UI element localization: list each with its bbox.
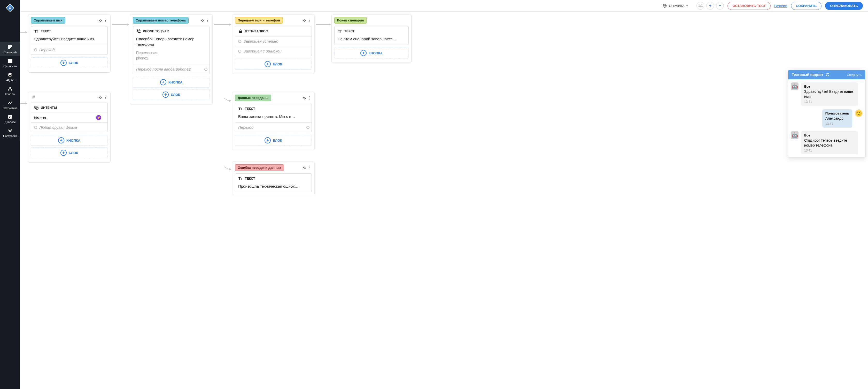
svg-point-18: [9, 130, 11, 131]
sidebar-label: Настройки: [3, 134, 17, 138]
more-icon[interactable]: ⋮: [308, 18, 312, 23]
sidebar-item-channels[interactable]: Каналы: [0, 84, 20, 98]
more-icon[interactable]: ⋮: [206, 18, 210, 23]
add-block-button[interactable]: + БЛОК: [133, 89, 210, 100]
svg-point-13: [11, 89, 12, 91]
plus-icon: +: [162, 91, 169, 98]
plus-icon: +: [265, 137, 271, 144]
variable-name: phone2: [136, 56, 148, 60]
phone-icon: [136, 29, 141, 34]
collapse-button[interactable]: Свернуть: [847, 73, 862, 77]
sidebar-item-faq[interactable]: FAQ бот: [0, 70, 20, 84]
refresh-icon[interactable]: [826, 72, 830, 77]
svg-rect-7: [10, 47, 11, 48]
svg-rect-30: [239, 31, 242, 33]
card-title[interactable]: Передаем имя и телефон: [235, 17, 283, 24]
card-data-sent[interactable]: Данные переданы ⇄ ⋮ TT ТЕКСТ Ваша заявка…: [232, 92, 315, 150]
link-icon[interactable]: ⇄: [99, 95, 102, 100]
card-intents[interactable]: # ⇄ ⋮ ИНТЕНТЫ Имена ⚡: [28, 92, 111, 162]
message-time: 13:41: [804, 149, 855, 152]
svg-text:T: T: [36, 30, 38, 33]
sidebar-label: Диалоги: [5, 120, 16, 124]
svg-marker-22: [25, 31, 27, 33]
add-block-button[interactable]: + БЛОК: [235, 135, 312, 146]
link-icon[interactable]: ⇄: [303, 165, 306, 170]
card-ask-name[interactable]: Спрашиваем имя ⇄ ⋮ TT ТЕКСТ Здравствуйте…: [28, 14, 111, 72]
success-slot[interactable]: Завершен успешно: [235, 36, 312, 46]
versions-link[interactable]: Версии: [774, 4, 787, 8]
sidebar-item-stats[interactable]: Статистика: [0, 98, 20, 112]
connection-dot[interactable]: [238, 40, 241, 43]
transition-slot[interactable]: Переход: [31, 45, 107, 55]
sidebar-item-scenario[interactable]: Сценарий: [0, 42, 20, 56]
intent-row[interactable]: Имена ⚡: [31, 113, 107, 122]
card-send-data[interactable]: Передаем имя и телефон ⇄ ⋮ HTTP-ЗАПРОС З…: [232, 14, 315, 74]
link-icon[interactable]: ⇄: [303, 18, 306, 23]
publish-button[interactable]: ОПУБЛИКОВАТЬ: [825, 2, 863, 10]
svg-marker-37: [329, 24, 331, 26]
svg-marker-29: [229, 24, 231, 26]
card-title[interactable]: Спрашиваем номер телефона: [133, 17, 189, 24]
stats-icon: [7, 100, 13, 106]
svg-point-12: [8, 89, 9, 91]
block-text: Произошла техническая ошибк…: [235, 183, 312, 192]
add-button-button[interactable]: + КНОПКА: [31, 135, 108, 146]
sidebar-item-dialogs[interactable]: Диалоги: [0, 112, 20, 126]
message-time: 13:41: [804, 100, 855, 103]
svg-rect-5: [10, 45, 12, 47]
card-title[interactable]: Спрашиваем имя: [31, 17, 65, 24]
link-icon[interactable]: ⇄: [99, 18, 102, 23]
zoom-in-button[interactable]: +: [706, 2, 714, 9]
more-icon[interactable]: ⋮: [103, 95, 108, 100]
connection-dot[interactable]: [34, 48, 37, 52]
card-title[interactable]: Данные переданы: [235, 95, 271, 101]
zoom-out-button[interactable]: −: [716, 2, 724, 9]
card-ask-phone[interactable]: Спрашиваем номер телефона ⇄ ⋮ PHONE TO $…: [130, 14, 213, 104]
message-row: 🤖 Бот Здравствуйте! Введите ваше имя 13:…: [791, 83, 863, 106]
scenario-canvas[interactable]: Спрашиваем имя ⇄ ⋮ TT ТЕКСТ Здравствуйте…: [20, 12, 868, 389]
message-text: Александр: [826, 116, 849, 121]
chevron-down-icon: ▾: [686, 4, 688, 7]
more-icon[interactable]: ⋮: [103, 18, 108, 23]
add-button-button[interactable]: + КНОПКА: [133, 77, 210, 88]
card-title[interactable]: Ошибка передачи данных: [235, 164, 284, 171]
card-end[interactable]: Конец сценария TT ТЕКСТ На этом сценарий…: [332, 14, 411, 63]
more-icon[interactable]: ⋮: [308, 165, 312, 170]
reference-dropdown[interactable]: СПРАВКА ▾: [663, 4, 688, 8]
save-button[interactable]: СОХРАНИТЬ: [791, 2, 822, 10]
user-avatar: 🙂: [855, 109, 863, 117]
svg-text:T: T: [241, 108, 242, 111]
text-icon: TT: [238, 107, 243, 111]
svg-point-1: [9, 7, 10, 8]
more-icon[interactable]: ⋮: [308, 95, 312, 100]
block-type-label: ТЕКСТ: [344, 29, 355, 33]
block-type-label: ИНТЕНТЫ: [41, 106, 57, 110]
connection-dot[interactable]: [204, 68, 208, 71]
add-block-button[interactable]: + БЛОК: [31, 57, 108, 68]
block-type-label: ТЕКСТ: [41, 29, 51, 33]
any-phrase-slot[interactable]: Любая другая фраза: [31, 122, 107, 132]
sidebar-label: Статистика: [3, 107, 18, 110]
transition-slot[interactable]: Переход: [235, 122, 312, 132]
card-title[interactable]: Конец сценария: [334, 17, 367, 24]
entities-icon: [7, 58, 13, 64]
link-icon[interactable]: ⇄: [201, 18, 204, 23]
stop-test-button[interactable]: ОСТАНОВИТЬ ТЕСТ: [727, 2, 770, 10]
message-row: 🤖 Бот Спасибо! Теперь введите номер теле…: [791, 131, 863, 155]
error-slot[interactable]: Завершен с ошибкой: [235, 46, 312, 56]
card-error[interactable]: Ошибка передачи данных ⇄ ⋮ TT ТЕКСТ Прои…: [232, 161, 315, 195]
connection-dot[interactable]: [34, 126, 37, 129]
plus-icon: +: [60, 150, 67, 156]
zoom-reset-button[interactable]: 1:1: [696, 2, 704, 9]
add-button-button[interactable]: + КНОПКА: [334, 48, 409, 58]
transition-slot[interactable]: Переход после ввода $phone2: [133, 64, 210, 74]
sidebar-item-settings[interactable]: Настройки: [0, 126, 20, 140]
connection-dot[interactable]: [306, 126, 309, 129]
link-icon[interactable]: ⇄: [303, 95, 306, 100]
add-block-button[interactable]: + БЛОК: [235, 59, 312, 69]
connection-dot[interactable]: [238, 50, 241, 53]
sidebar-item-entities[interactable]: Сущности: [0, 56, 20, 70]
add-block-button[interactable]: + БЛОК: [31, 147, 108, 158]
message-text: Спасибо! Теперь введите номер телефона: [804, 138, 855, 148]
block-text: Ваша заявка принята. Мы с в…: [235, 114, 312, 122]
